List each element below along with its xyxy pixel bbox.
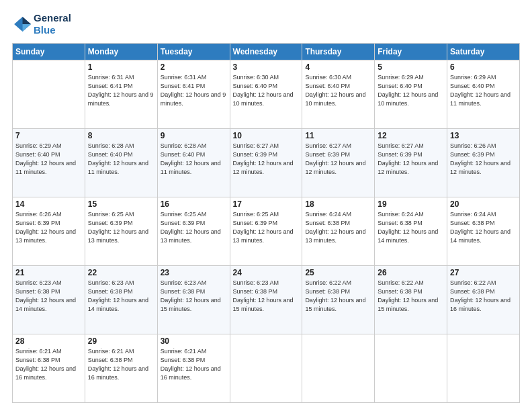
day-info: Sunrise: 6:29 AMSunset: 6:40 PMDaylight:…: [450, 73, 517, 108]
day-info: Sunrise: 6:26 AMSunset: 6:39 PMDaylight:…: [15, 210, 82, 245]
day-cell: 8Sunrise: 6:28 AMSunset: 6:40 PMDaylight…: [85, 129, 157, 197]
day-info: Sunrise: 6:25 AMSunset: 6:39 PMDaylight:…: [161, 210, 227, 245]
header-day-tuesday: Tuesday: [157, 44, 230, 60]
header-day-monday: Monday: [85, 44, 157, 60]
day-cell: 18Sunrise: 6:24 AMSunset: 6:38 PMDayligh…: [302, 197, 375, 266]
week-row-2: 14Sunrise: 6:26 AMSunset: 6:39 PMDayligh…: [13, 197, 520, 266]
day-cell: [375, 334, 447, 403]
day-cell: 23Sunrise: 6:23 AMSunset: 6:38 PMDayligh…: [157, 266, 230, 334]
day-info: Sunrise: 6:27 AMSunset: 6:39 PMDaylight:…: [305, 142, 371, 177]
logo: General Blue: [12, 12, 71, 36]
day-info: Sunrise: 6:21 AMSunset: 6:38 PMDaylight:…: [88, 347, 154, 382]
day-info: Sunrise: 6:22 AMSunset: 6:38 PMDaylight:…: [305, 279, 371, 314]
day-cell: 21Sunrise: 6:23 AMSunset: 6:38 PMDayligh…: [13, 266, 85, 334]
day-info: Sunrise: 6:31 AMSunset: 6:41 PMDaylight:…: [88, 73, 154, 108]
day-number: 24: [233, 268, 300, 277]
day-info: Sunrise: 6:27 AMSunset: 6:39 PMDaylight:…: [378, 142, 444, 177]
calendar-table: SundayMondayTuesdayWednesdayThursdayFrid…: [12, 43, 520, 403]
day-cell: 6Sunrise: 6:29 AMSunset: 6:40 PMDaylight…: [447, 60, 520, 129]
day-number: 25: [305, 268, 371, 277]
day-cell: 12Sunrise: 6:27 AMSunset: 6:39 PMDayligh…: [375, 129, 447, 197]
day-number: 19: [378, 199, 444, 209]
day-cell: 27Sunrise: 6:22 AMSunset: 6:38 PMDayligh…: [447, 266, 520, 334]
day-number: 21: [15, 268, 82, 277]
day-info: Sunrise: 6:21 AMSunset: 6:38 PMDaylight:…: [161, 347, 227, 382]
day-number: 30: [161, 336, 227, 346]
day-info: Sunrise: 6:31 AMSunset: 6:41 PMDaylight:…: [161, 73, 227, 108]
day-number: 17: [233, 199, 300, 209]
day-cell: 14Sunrise: 6:26 AMSunset: 6:39 PMDayligh…: [13, 197, 85, 266]
day-cell: 17Sunrise: 6:25 AMSunset: 6:39 PMDayligh…: [230, 197, 302, 266]
day-info: Sunrise: 6:27 AMSunset: 6:39 PMDaylight:…: [233, 142, 300, 177]
day-number: 23: [161, 268, 227, 277]
day-cell: 3Sunrise: 6:30 AMSunset: 6:40 PMDaylight…: [230, 60, 302, 129]
calendar-body: 1Sunrise: 6:31 AMSunset: 6:41 PMDaylight…: [13, 60, 520, 403]
day-number: 20: [450, 199, 517, 209]
day-info: Sunrise: 6:23 AMSunset: 6:38 PMDaylight:…: [15, 279, 82, 314]
day-info: Sunrise: 6:29 AMSunset: 6:40 PMDaylight:…: [15, 142, 82, 177]
day-number: 22: [88, 268, 154, 277]
day-number: 6: [450, 62, 517, 72]
header-row: SundayMondayTuesdayWednesdayThursdayFrid…: [13, 44, 520, 60]
svg-marker-2: [23, 24, 31, 32]
header-day-thursday: Thursday: [302, 44, 375, 60]
header-day-sunday: Sunday: [13, 44, 85, 60]
day-info: Sunrise: 6:30 AMSunset: 6:40 PMDaylight:…: [233, 73, 300, 108]
day-cell: [447, 334, 520, 403]
day-cell: 25Sunrise: 6:22 AMSunset: 6:38 PMDayligh…: [302, 266, 375, 334]
day-number: 16: [161, 199, 227, 209]
day-number: 13: [450, 131, 517, 140]
day-number: 3: [233, 62, 300, 72]
day-cell: [13, 60, 85, 129]
day-cell: 28Sunrise: 6:21 AMSunset: 6:38 PMDayligh…: [13, 334, 85, 403]
page: General Blue SundayMondayTuesdayWednesda…: [0, 0, 532, 411]
day-cell: 7Sunrise: 6:29 AMSunset: 6:40 PMDaylight…: [13, 129, 85, 197]
logo-text: General Blue: [34, 12, 71, 36]
day-number: 15: [88, 199, 154, 209]
day-cell: 13Sunrise: 6:26 AMSunset: 6:39 PMDayligh…: [447, 129, 520, 197]
day-number: 29: [88, 336, 154, 346]
day-cell: [230, 334, 302, 403]
day-info: Sunrise: 6:25 AMSunset: 6:39 PMDaylight:…: [88, 210, 154, 245]
logo-icon: [12, 15, 31, 34]
day-number: 14: [15, 199, 82, 209]
day-number: 18: [305, 199, 371, 209]
day-info: Sunrise: 6:28 AMSunset: 6:40 PMDaylight:…: [88, 142, 154, 177]
day-info: Sunrise: 6:29 AMSunset: 6:40 PMDaylight:…: [378, 73, 444, 108]
day-number: 5: [378, 62, 444, 72]
day-number: 4: [305, 62, 371, 72]
day-cell: [302, 334, 375, 403]
day-cell: 1Sunrise: 6:31 AMSunset: 6:41 PMDaylight…: [85, 60, 157, 129]
week-row-3: 21Sunrise: 6:23 AMSunset: 6:38 PMDayligh…: [13, 266, 520, 334]
day-info: Sunrise: 6:25 AMSunset: 6:39 PMDaylight:…: [233, 210, 300, 245]
day-info: Sunrise: 6:23 AMSunset: 6:38 PMDaylight:…: [88, 279, 154, 314]
day-info: Sunrise: 6:24 AMSunset: 6:38 PMDaylight:…: [450, 210, 517, 245]
header-day-wednesday: Wednesday: [230, 44, 302, 60]
day-cell: 16Sunrise: 6:25 AMSunset: 6:39 PMDayligh…: [157, 197, 230, 266]
day-info: Sunrise: 6:23 AMSunset: 6:38 PMDaylight:…: [233, 279, 300, 314]
day-cell: 15Sunrise: 6:25 AMSunset: 6:39 PMDayligh…: [85, 197, 157, 266]
day-number: 8: [88, 131, 154, 140]
day-cell: 2Sunrise: 6:31 AMSunset: 6:41 PMDaylight…: [157, 60, 230, 129]
day-info: Sunrise: 6:24 AMSunset: 6:38 PMDaylight:…: [378, 210, 444, 245]
svg-marker-1: [23, 17, 31, 24]
week-row-1: 7Sunrise: 6:29 AMSunset: 6:40 PMDaylight…: [13, 129, 520, 197]
day-cell: 30Sunrise: 6:21 AMSunset: 6:38 PMDayligh…: [157, 334, 230, 403]
week-row-4: 28Sunrise: 6:21 AMSunset: 6:38 PMDayligh…: [13, 334, 520, 403]
day-cell: 5Sunrise: 6:29 AMSunset: 6:40 PMDaylight…: [375, 60, 447, 129]
day-cell: 20Sunrise: 6:24 AMSunset: 6:38 PMDayligh…: [447, 197, 520, 266]
week-row-0: 1Sunrise: 6:31 AMSunset: 6:41 PMDaylight…: [13, 60, 520, 129]
day-number: 27: [450, 268, 517, 277]
day-info: Sunrise: 6:24 AMSunset: 6:38 PMDaylight:…: [305, 210, 371, 245]
day-cell: 26Sunrise: 6:22 AMSunset: 6:38 PMDayligh…: [375, 266, 447, 334]
day-number: 10: [233, 131, 300, 140]
day-cell: 9Sunrise: 6:28 AMSunset: 6:40 PMDaylight…: [157, 129, 230, 197]
day-info: Sunrise: 6:23 AMSunset: 6:38 PMDaylight:…: [161, 279, 227, 314]
day-info: Sunrise: 6:30 AMSunset: 6:40 PMDaylight:…: [305, 73, 371, 108]
day-cell: 29Sunrise: 6:21 AMSunset: 6:38 PMDayligh…: [85, 334, 157, 403]
header: General Blue: [12, 12, 520, 36]
day-number: 28: [15, 336, 82, 346]
day-info: Sunrise: 6:28 AMSunset: 6:40 PMDaylight:…: [161, 142, 227, 177]
calendar-header: SundayMondayTuesdayWednesdayThursdayFrid…: [13, 44, 520, 60]
day-info: Sunrise: 6:22 AMSunset: 6:38 PMDaylight:…: [378, 279, 444, 314]
